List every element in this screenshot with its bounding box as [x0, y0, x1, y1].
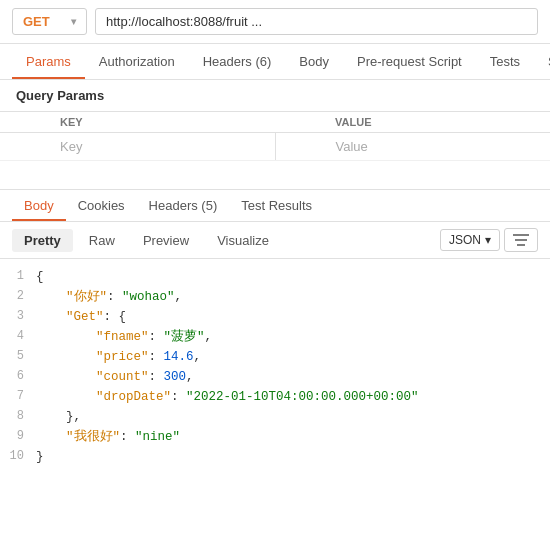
- line-content: },: [36, 407, 81, 427]
- line-number: 7: [0, 387, 36, 406]
- key-column-header: KEY: [0, 112, 275, 133]
- value-column-header: VALUE: [275, 112, 550, 133]
- code-line: 7 "dropDate": "2022-01-10T04:00:00.000+0…: [0, 387, 550, 407]
- code-line: 1{: [0, 267, 550, 287]
- code-line: 8 },: [0, 407, 550, 427]
- line-number: 10: [0, 447, 36, 466]
- tab-tests[interactable]: Tests: [476, 44, 534, 79]
- response-tab-testresults[interactable]: Test Results: [229, 190, 324, 221]
- code-line: 3 "Get": {: [0, 307, 550, 327]
- line-number: 3: [0, 307, 36, 326]
- code-line: 4 "fname": "菠萝",: [0, 327, 550, 347]
- response-tabs: Body Cookies Headers (5) Test Results: [0, 190, 550, 222]
- fmt-pretty[interactable]: Pretty: [12, 229, 73, 252]
- line-number: 4: [0, 327, 36, 346]
- response-section: Body Cookies Headers (5) Test Results Pr…: [0, 189, 550, 475]
- filter-icon[interactable]: [504, 228, 538, 252]
- format-bar: Pretty Raw Preview Visualize JSON ▾: [0, 222, 550, 259]
- json-chevron-icon: ▾: [485, 233, 491, 247]
- fmt-visualize[interactable]: Visualize: [205, 229, 281, 252]
- line-number: 5: [0, 347, 36, 366]
- json-label: JSON: [449, 233, 481, 247]
- code-area: 1{2 "你好": "wohao",3 "Get": {4 "fname": "…: [0, 259, 550, 475]
- table-row: Key Value: [0, 133, 550, 161]
- fmt-raw[interactable]: Raw: [77, 229, 127, 252]
- query-params-header: Query Params: [0, 80, 550, 111]
- line-number: 2: [0, 287, 36, 306]
- params-table: KEY VALUE Key Value: [0, 111, 550, 161]
- code-line: 9 "我很好": "nine": [0, 427, 550, 447]
- tab-body[interactable]: Body: [285, 44, 343, 79]
- response-tab-cookies[interactable]: Cookies: [66, 190, 137, 221]
- line-content: "fname": "菠萝",: [36, 327, 212, 347]
- line-content: "count": 300,: [36, 367, 194, 387]
- code-line: 2 "你好": "wohao",: [0, 287, 550, 307]
- line-content: "我很好": "nine": [36, 427, 180, 447]
- tab-prerequest[interactable]: Pre-request Script: [343, 44, 476, 79]
- line-content: "dropDate": "2022-01-10T04:00:00.000+00:…: [36, 387, 419, 407]
- line-content: }: [36, 447, 44, 467]
- line-number: 6: [0, 367, 36, 386]
- tab-headers[interactable]: Headers (6): [189, 44, 286, 79]
- json-format-select[interactable]: JSON ▾: [440, 229, 500, 251]
- line-content: "Get": {: [36, 307, 126, 327]
- key-cell[interactable]: Key: [0, 133, 275, 161]
- tab-authorization[interactable]: Authorization: [85, 44, 189, 79]
- code-line: 6 "count": 300,: [0, 367, 550, 387]
- line-content: {: [36, 267, 44, 287]
- line-number: 1: [0, 267, 36, 286]
- tab-params[interactable]: Params: [12, 44, 85, 79]
- method-label: GET: [23, 14, 50, 29]
- url-bar: GET ▾: [0, 0, 550, 44]
- code-line: 10}: [0, 447, 550, 467]
- tab-settings[interactable]: Setti...: [534, 44, 550, 79]
- spacer: [0, 161, 550, 181]
- line-number: 9: [0, 427, 36, 446]
- method-select[interactable]: GET ▾: [12, 8, 87, 35]
- response-tab-body[interactable]: Body: [12, 190, 66, 221]
- value-cell[interactable]: Value: [275, 133, 550, 161]
- line-content: "你好": "wohao",: [36, 287, 182, 307]
- fmt-preview[interactable]: Preview: [131, 229, 201, 252]
- chevron-icon: ▾: [71, 16, 76, 27]
- response-tab-headers[interactable]: Headers (5): [137, 190, 230, 221]
- line-number: 8: [0, 407, 36, 426]
- top-tabs: Params Authorization Headers (6) Body Pr…: [0, 44, 550, 80]
- url-input[interactable]: [95, 8, 538, 35]
- line-content: "price": 14.6,: [36, 347, 201, 367]
- code-line: 5 "price": 14.6,: [0, 347, 550, 367]
